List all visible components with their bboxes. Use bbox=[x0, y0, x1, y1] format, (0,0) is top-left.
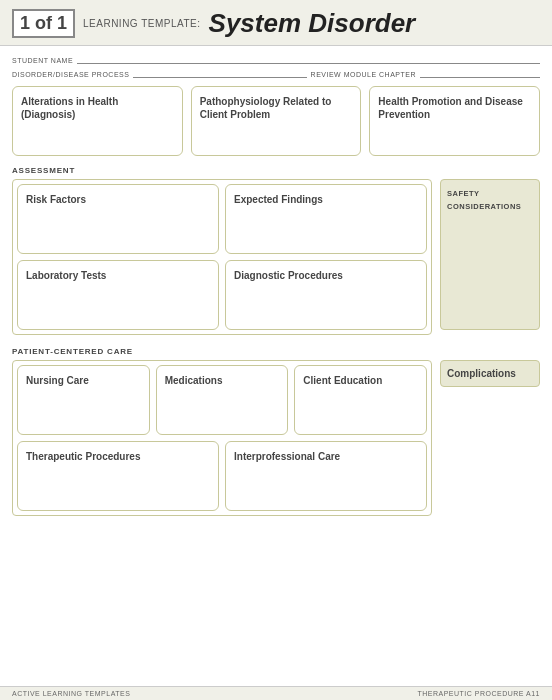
health-promotion-box: Health Promotion and Disease Prevention bbox=[369, 86, 540, 156]
risk-factors-label: Risk Factors bbox=[26, 194, 86, 205]
page-footer: ACTIVE LEARNING TEMPLATES THERAPEUTIC PR… bbox=[0, 686, 552, 700]
safety-panel: SAFETY CONSIDERATIONS bbox=[440, 179, 540, 330]
assessment-main: ASSESSMENT Risk Factors Expected Finding… bbox=[12, 166, 432, 335]
footer-left: ACTIVE LEARNING TEMPLATES bbox=[12, 690, 130, 697]
footer-right: THERAPEUTIC PROCEDURE A11 bbox=[417, 690, 540, 697]
therapeutic-procedures-box: Therapeutic Procedures bbox=[17, 441, 219, 511]
client-education-box: Client Education bbox=[294, 365, 427, 435]
pcc-bottom-row: Therapeutic Procedures Interprofessional… bbox=[17, 441, 427, 511]
client-education-label: Client Education bbox=[303, 375, 382, 386]
pathophysiology-box: Pathophysiology Related to Client Proble… bbox=[191, 86, 362, 156]
review-line bbox=[420, 66, 540, 78]
medications-label: Medications bbox=[165, 375, 223, 386]
assessment-section: ASSESSMENT Risk Factors Expected Finding… bbox=[0, 162, 552, 339]
expected-findings-box: Expected Findings bbox=[225, 184, 427, 254]
laboratory-tests-box: Laboratory Tests bbox=[17, 260, 219, 330]
health-promotion-label: Health Promotion and Disease Prevention bbox=[378, 96, 522, 120]
template-title: System Disorder bbox=[209, 8, 416, 39]
pcc-area: Nursing Care Medications Client Educatio… bbox=[12, 360, 432, 516]
complications-box: Complications bbox=[440, 360, 540, 387]
pcc-top-row: Nursing Care Medications Client Educatio… bbox=[17, 365, 427, 435]
assessment-row2: Laboratory Tests Diagnostic Procedures bbox=[17, 260, 427, 330]
pathophysiology-label: Pathophysiology Related to Client Proble… bbox=[200, 96, 332, 120]
nursing-care-box: Nursing Care bbox=[17, 365, 150, 435]
diagnostic-procedures-box: Diagnostic Procedures bbox=[225, 260, 427, 330]
alterations-box: Alterations in Health (Diagnosis) bbox=[12, 86, 183, 156]
student-name-line bbox=[77, 52, 540, 64]
page-indicator: 1 of 1 bbox=[12, 9, 75, 38]
complications-label: Complications bbox=[447, 368, 516, 379]
template-label: LEARNING TEMPLATE: bbox=[83, 18, 201, 29]
assessment-row1: Risk Factors Expected Findings bbox=[17, 184, 427, 254]
assessment-grid: Risk Factors Expected Findings Laborator… bbox=[17, 184, 427, 330]
laboratory-tests-label: Laboratory Tests bbox=[26, 270, 106, 281]
top-boxes-section: Alterations in Health (Diagnosis) Pathop… bbox=[0, 80, 552, 162]
alterations-label: Alterations in Health (Diagnosis) bbox=[21, 96, 118, 120]
student-name-row: STUDENT NAME bbox=[12, 52, 540, 64]
pcc-header-row: PATIENT-CENTERED CARE Nursing Care Medic… bbox=[12, 347, 540, 516]
interprofessional-care-box: Interprofessional Care bbox=[225, 441, 427, 511]
diagnostic-procedures-label: Diagnostic Procedures bbox=[234, 270, 343, 281]
disorder-label: DISORDER/DISEASE PROCESS bbox=[12, 71, 129, 78]
pcc-main: PATIENT-CENTERED CARE Nursing Care Medic… bbox=[12, 347, 432, 516]
pcc-title: PATIENT-CENTERED CARE bbox=[12, 347, 432, 356]
complications-side: CARE Complications bbox=[440, 347, 540, 516]
interprofessional-care-label: Interprofessional Care bbox=[234, 451, 340, 462]
assessment-title: ASSESSMENT bbox=[12, 166, 432, 175]
disorder-line bbox=[133, 66, 306, 78]
disorder-row: DISORDER/DISEASE PROCESS REVIEW MODULE C… bbox=[12, 66, 540, 78]
medications-box: Medications bbox=[156, 365, 289, 435]
safety-title: SAFETY CONSIDERATIONS bbox=[447, 189, 521, 211]
student-name-label: STUDENT NAME bbox=[12, 57, 73, 64]
assessment-area: Risk Factors Expected Findings Laborator… bbox=[12, 179, 432, 335]
review-label: REVIEW MODULE CHAPTER bbox=[311, 71, 416, 78]
therapeutic-procedures-label: Therapeutic Procedures bbox=[26, 451, 140, 462]
page-header: 1 of 1 LEARNING TEMPLATE: System Disorde… bbox=[0, 0, 552, 46]
nursing-care-label: Nursing Care bbox=[26, 375, 89, 386]
safety-side: ASSESSMENT SAFETY CONSIDERATIONS bbox=[440, 166, 540, 335]
pcc-section: PATIENT-CENTERED CARE Nursing Care Medic… bbox=[0, 343, 552, 520]
expected-findings-label: Expected Findings bbox=[234, 194, 323, 205]
student-info-section: STUDENT NAME DISORDER/DISEASE PROCESS RE… bbox=[0, 46, 552, 80]
assessment-header-row: ASSESSMENT Risk Factors Expected Finding… bbox=[12, 166, 540, 335]
risk-factors-box: Risk Factors bbox=[17, 184, 219, 254]
